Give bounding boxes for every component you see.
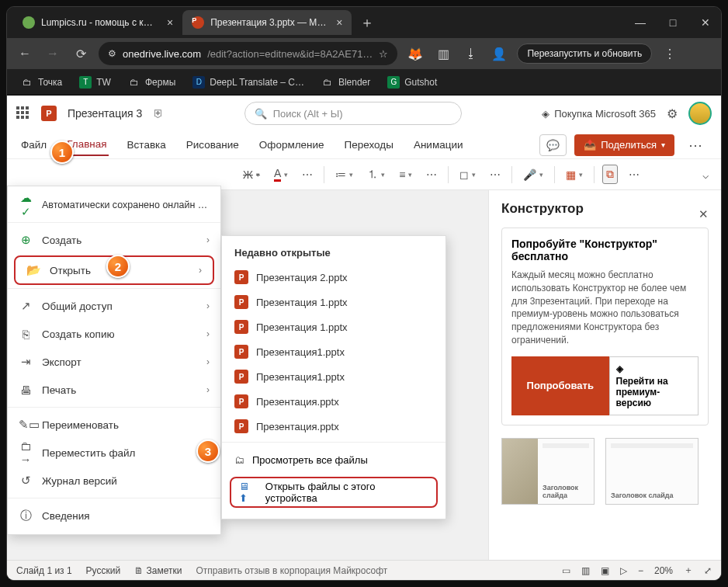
recent-file[interactable]: PПрезентация 1.pptx	[222, 290, 445, 314]
feedback-link[interactable]: Отправить отзыв в корпорация Майкрософт	[196, 565, 387, 576]
downloads-icon[interactable]: ⭳	[461, 43, 481, 64]
slideshow-icon[interactable]: ▷	[620, 565, 627, 576]
file-menu-export[interactable]: ⇥Экспорт›	[8, 348, 220, 376]
recent-file[interactable]: PПрезентация1.pptx	[222, 339, 445, 364]
browser-tab-1[interactable]: Lumpics.ru - помощь с компь ×	[13, 10, 182, 35]
view-reading-icon[interactable]: ▣	[601, 565, 609, 576]
bookmark-star-icon[interactable]: ☆	[379, 48, 388, 60]
close-pane-icon[interactable]: ✕	[699, 207, 709, 221]
share-button[interactable]: 📤Поделиться▾	[574, 134, 674, 156]
collapse-ribbon-icon[interactable]: ⌵	[699, 166, 712, 183]
file-menu-rename[interactable]: ✎▭Переименовать	[8, 411, 220, 439]
favicon-lumpics	[23, 16, 35, 29]
more-font[interactable]: ⋯	[299, 166, 316, 183]
minimize-button[interactable]: ―	[631, 16, 650, 29]
sensitivity-icon[interactable]: ⛨	[153, 107, 164, 120]
shapes-icon[interactable]: ◻	[456, 166, 479, 183]
buy-m365-button[interactable]: ◈Покупка Microsoft 365	[542, 108, 656, 120]
file-menu-move[interactable]: 🗀→Переместить файл	[8, 439, 220, 467]
view-normal-icon[interactable]: ▭	[562, 565, 570, 576]
search-icon: 🔍	[255, 108, 267, 120]
recent-file[interactable]: PПрезентация.pptx	[222, 389, 445, 414]
file-menu: ☁✓ Автоматически сохранено онлайн … ⊕ Со…	[7, 186, 221, 535]
go-premium-button[interactable]: ◈ Перейти на премиум-версию	[609, 356, 699, 415]
back-button[interactable]: ←	[15, 43, 35, 64]
browse-all-files[interactable]: 🗂Просмотреть все файлы	[222, 446, 445, 474]
site-settings-icon[interactable]: ⚙	[108, 48, 116, 59]
bullets-icon[interactable]: ≔	[332, 166, 356, 183]
recent-file[interactable]: PПрезентация 2.pptx	[222, 265, 445, 290]
history-icon: ↺	[19, 474, 33, 488]
close-icon[interactable]: ×	[167, 16, 173, 29]
zoom-in-button[interactable]: ＋	[684, 564, 693, 577]
view-sorter-icon[interactable]: ▥	[581, 565, 590, 576]
close-window-button[interactable]: ✕	[696, 16, 715, 29]
tab-design[interactable]: Оформление	[258, 134, 326, 155]
extension-fox-icon[interactable]: 🦊	[405, 43, 425, 64]
autosave-status[interactable]: ☁✓ Автоматически сохранено онлайн …	[8, 191, 220, 219]
maximize-button[interactable]: □	[664, 16, 682, 29]
avatar[interactable]	[688, 102, 712, 125]
tab-draw[interactable]: Рисование	[185, 134, 241, 155]
tab-file[interactable]: Файл	[19, 134, 48, 155]
document-name[interactable]: Презентация 3	[68, 107, 142, 120]
zoom-out-button[interactable]: −	[638, 565, 643, 576]
file-menu-print[interactable]: 🖶Печать›	[8, 376, 220, 404]
recent-file[interactable]: PПрезентация.pptx	[222, 414, 445, 439]
open-submenu: Недавно открытые PПрезентация 2.pptx PПр…	[221, 235, 446, 519]
tab-insert[interactable]: Вставка	[126, 134, 168, 155]
search-input[interactable]: 🔍 Поиск (Alt + Ы)	[244, 102, 462, 125]
layout-grid-icon[interactable]: ▦	[563, 166, 586, 183]
numbering-icon[interactable]: ⒈	[364, 165, 388, 184]
more-para[interactable]: ⋯	[423, 166, 440, 183]
new-tab-button[interactable]: ＋	[356, 12, 378, 33]
design-thumbnail[interactable]: Заголовок слайда	[501, 438, 595, 505]
file-menu-share[interactable]: ↗Общий доступ›	[8, 292, 220, 320]
bookmark-item[interactable]: 🗀Blender	[315, 74, 376, 91]
close-icon[interactable]: ×	[336, 16, 342, 29]
file-menu-copy[interactable]: ⎘Создать копию›	[8, 320, 220, 348]
fit-to-window-icon[interactable]: ⤢	[704, 565, 712, 576]
favicon: D	[192, 76, 205, 89]
recent-file[interactable]: PПрезентация 1.pptx	[222, 314, 445, 339]
forward-button[interactable]: →	[43, 43, 63, 64]
open-from-device[interactable]: 🖥⬆Открыть файлы с этого устройства	[230, 477, 438, 508]
bookmark-item[interactable]: GGutshot	[381, 74, 443, 91]
bookmark-item[interactable]: 🗀Точка	[15, 74, 68, 91]
restart-update-button[interactable]: Перезапустить и обновить	[517, 43, 652, 64]
try-button[interactable]: Попробовать	[511, 356, 609, 415]
language-indicator[interactable]: Русский	[86, 565, 121, 576]
design-thumbnail[interactable]: Заголовок слайда	[605, 438, 699, 505]
font-strikethrough[interactable]: Ж	[240, 166, 263, 183]
file-menu-create[interactable]: ⊕ Создать›	[8, 226, 220, 254]
notes-toggle[interactable]: 🗎 Заметки	[134, 565, 182, 576]
settings-icon[interactable]: ⚙	[667, 106, 678, 121]
align-icon[interactable]: ≡	[396, 166, 415, 183]
more-shapes[interactable]: ⋯	[487, 166, 504, 183]
overflow-menu[interactable]: ⋯	[682, 134, 709, 156]
bookmark-item[interactable]: TTW	[73, 74, 117, 91]
bookmark-item[interactable]: DDeepL Translate – C…	[186, 74, 310, 91]
comments-button[interactable]: 💬	[539, 134, 567, 156]
tab-animations[interactable]: Анимации	[412, 134, 465, 155]
share-icon: ↗	[19, 299, 33, 313]
file-menu-info[interactable]: ⓘСведения	[8, 502, 220, 530]
zoom-level[interactable]: 20%	[654, 565, 673, 576]
slide-counter[interactable]: Слайд 1 из 1	[16, 565, 72, 576]
recent-file[interactable]: PПрезентация1.pptx	[222, 364, 445, 389]
font-color[interactable]: А	[271, 165, 291, 184]
reload-button[interactable]: ⟳	[71, 43, 91, 64]
account-icon[interactable]: 👤	[489, 43, 509, 64]
file-menu-history[interactable]: ↺Журнал версий	[8, 467, 220, 495]
bookmark-item[interactable]: 🗀Фермы	[122, 74, 182, 91]
browser-menu-icon[interactable]: ⋮	[660, 43, 680, 64]
promo-title: Попробуйте "Конструктор" бесплатно	[511, 238, 699, 262]
tab-transitions[interactable]: Переходы	[343, 134, 395, 155]
app-launcher-icon[interactable]	[16, 106, 30, 120]
url-field[interactable]: ⚙ onedrive.live.com/edit?action=editnew&…	[99, 42, 397, 65]
extension-icon[interactable]: ▥	[433, 43, 453, 64]
browser-tab-2[interactable]: P Презентация 3.pptx — Microso ×	[182, 10, 352, 35]
ribbon-overflow[interactable]: ⋯	[626, 166, 643, 183]
designer-toggle[interactable]: ⧉	[602, 165, 618, 184]
dictate-icon[interactable]: 🎤	[520, 166, 546, 183]
